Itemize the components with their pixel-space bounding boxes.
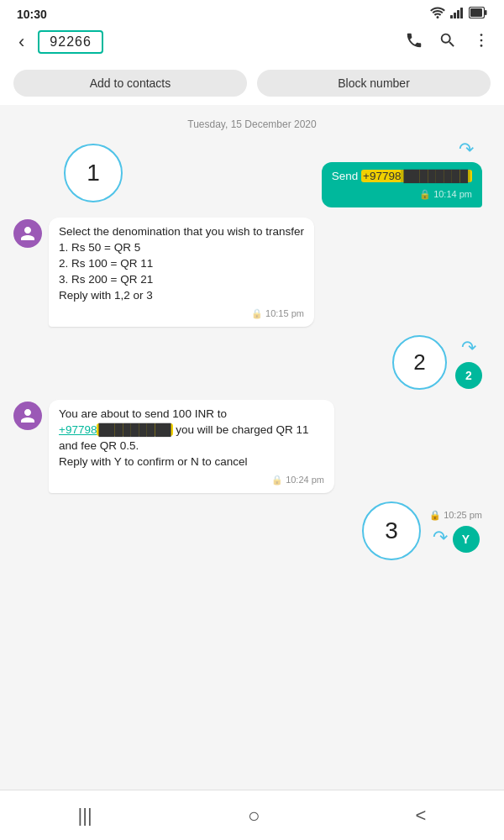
message-block-3: You are about to send 100 INR to +97798█…: [13, 400, 491, 560]
action-buttons: Add to contacts Block number: [0, 63, 504, 105]
svg-rect-2: [457, 10, 459, 18]
header: ‹ 92266: [0, 24, 504, 63]
header-actions: [405, 31, 491, 54]
msg-time-3: 10:24 pm: [286, 474, 324, 486]
msg-meta-3: 🔒 10:24 pm: [59, 474, 324, 486]
svg-point-8: [480, 39, 483, 41]
step-circle-1: 1: [64, 144, 123, 202]
arrow-3: ↷: [433, 527, 448, 549]
bottom-nav: ||| ○ <: [0, 790, 504, 840]
bubble-3-text: You are about to send 100 INR to +97798█…: [59, 407, 324, 470]
msg-meta-1: 🔒 10:14 pm: [332, 188, 472, 201]
nav-menu-button[interactable]: |||: [78, 805, 92, 827]
messages-area: Tuesday, 15 December 2020 1 ↷ Send +9779…: [0, 105, 504, 743]
received-bubble-3: You are about to send 100 INR to +97798█…: [49, 400, 334, 493]
msg-status-icon-1: 🔒: [419, 188, 431, 201]
reply-circle-2: 2: [455, 362, 482, 389]
svg-rect-3: [460, 8, 463, 18]
msg-time-1: 10:14 pm: [433, 188, 472, 201]
reply-circle-3: Y: [453, 526, 480, 553]
block-number-button[interactable]: Block number: [257, 70, 491, 97]
contact-number[interactable]: 92266: [38, 30, 103, 54]
nav-back-button[interactable]: <: [416, 805, 427, 827]
highlight-number: +97798████████: [361, 170, 472, 182]
status-bar: 10:30: [0, 0, 504, 24]
add-to-contacts-button[interactable]: Add to contacts: [13, 70, 247, 97]
received-bubble-2: Select the denomination that you wish to…: [49, 218, 314, 327]
signal-icon: [450, 7, 464, 21]
back-button[interactable]: ‹: [13, 29, 29, 55]
more-icon[interactable]: [472, 31, 491, 54]
svg-point-9: [480, 45, 483, 47]
received-row-3: You are about to send 100 INR to +97798█…: [13, 400, 491, 493]
msg-status-icon-2: 🔒: [251, 307, 263, 320]
message-block-1: 1 ↷ Send +97798████████ 🔒 10:14 pm: [13, 139, 491, 207]
avatar-3: [13, 402, 42, 430]
received-row-2: Select the denomination that you wish to…: [13, 218, 491, 327]
svg-rect-1: [454, 13, 456, 18]
date-separator: Tuesday, 15 December 2020: [13, 118, 491, 130]
svg-point-7: [480, 34, 483, 36]
status-time: 10:30: [17, 8, 47, 21]
highlight-suffix: █████████: [97, 423, 172, 436]
msg-meta-2: 🔒 10:15 pm: [59, 307, 304, 320]
bubble-1-text: Send +97798████████: [332, 170, 472, 182]
search-icon[interactable]: [438, 31, 457, 54]
arrow-1: ↷: [459, 139, 474, 160]
step-circle-3: 3: [362, 501, 421, 560]
bubble-2-text: Select the denomination that you wish to…: [59, 224, 304, 303]
msg-time-reply-3: 🔒 10:25 pm: [429, 510, 482, 521]
svg-rect-5: [470, 8, 482, 17]
phone-icon[interactable]: [405, 31, 423, 54]
wifi-icon: [430, 7, 445, 21]
message-block-2: Select the denomination that you wish to…: [13, 218, 491, 390]
arrow-2: ↷: [461, 337, 476, 359]
msg-status-icon-3: 🔒: [271, 474, 283, 486]
msg-time-2: 10:15 pm: [265, 307, 304, 320]
step-circle-2: 2: [392, 335, 447, 390]
svg-rect-6: [485, 10, 487, 15]
sent-bubble-1: Send +97798████████ 🔒 10:14 pm: [322, 162, 482, 207]
svg-rect-0: [450, 15, 453, 18]
status-icons: [430, 7, 487, 21]
battery-icon: [469, 7, 487, 21]
avatar-2: [13, 219, 42, 248]
link-number: +97798: [59, 423, 97, 436]
nav-home-button[interactable]: ○: [248, 804, 260, 827]
